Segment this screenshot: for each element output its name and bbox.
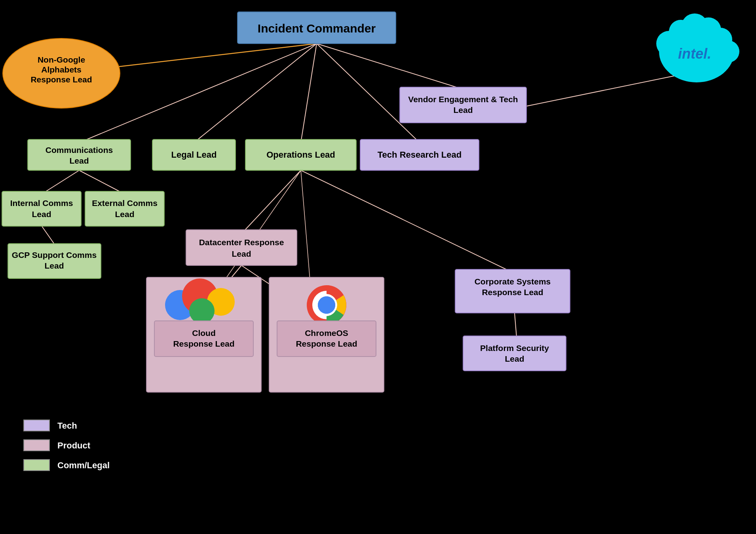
line-corporate-platform <box>515 313 517 337</box>
legend-tech-label: Tech <box>57 421 77 431</box>
gcp-support-label2: Lead <box>44 261 64 270</box>
non-google-label-line3: Response Lead <box>30 75 92 84</box>
comms-lead-label2: Lead <box>69 156 89 165</box>
cloud-logo-green <box>189 298 215 324</box>
external-comms-label1: External Comms <box>92 198 158 208</box>
comms-lead-label1: Communications <box>46 145 113 154</box>
internal-comms-label2: Lead <box>32 210 51 219</box>
line-ic-vendor <box>317 44 469 91</box>
vendor-tech-label2: Lead <box>453 105 473 114</box>
datacenter-box <box>186 230 297 265</box>
legal-lead-label: Legal Lead <box>171 150 217 160</box>
line-comms-external <box>79 170 125 194</box>
chrome-blue-center <box>318 296 335 314</box>
chromeos-label1: ChromeOS <box>305 328 348 338</box>
legend-commlegal-swatch <box>24 460 49 471</box>
line-comms-internal <box>42 170 79 194</box>
legend-product-swatch <box>24 440 49 451</box>
external-comms-box <box>85 191 164 226</box>
line-intel-vendor <box>522 71 697 107</box>
intel-cloud-bump6 <box>717 40 739 63</box>
vendor-tech-label1: Vendor Engagement & Tech <box>408 95 518 104</box>
vendor-tech-box <box>400 87 526 123</box>
incident-commander-label: Incident Commander <box>258 22 376 35</box>
platform-security-label1: Platform Security <box>480 343 549 353</box>
legend-product-label: Product <box>57 441 91 450</box>
operations-lead-label: Operations Lead <box>266 150 335 160</box>
internal-comms-label1: Internal Comms <box>10 198 73 208</box>
line-ic-ops <box>301 44 317 143</box>
cloud-response-label2: Response Lead <box>173 339 234 348</box>
line-ops-datacenter <box>241 170 301 234</box>
gcp-support-label1: GCP Support Comms <box>12 250 97 259</box>
legend-tech-swatch <box>24 420 49 431</box>
datacenter-label1: Datacenter Response <box>199 238 284 247</box>
cloud-response-box <box>154 321 253 357</box>
chromeos-response-box <box>277 321 376 357</box>
corporate-systems-label2: Response Lead <box>482 288 543 297</box>
non-google-label-line1: Non-Google <box>38 55 85 64</box>
chromeos-label2: Response Lead <box>296 339 357 348</box>
line-internal-gcp <box>42 226 55 246</box>
line-ops-corporate <box>301 170 515 273</box>
org-chart: Non-Google Alphabets Response Lead Incid… <box>0 0 756 534</box>
platform-security-label2: Lead <box>505 354 524 363</box>
platform-security-box <box>463 336 566 371</box>
external-comms-label2: Lead <box>115 210 134 219</box>
internal-comms-box <box>2 191 81 226</box>
tech-research-label: Tech Research Lead <box>378 150 462 160</box>
datacenter-label2: Lead <box>232 249 251 258</box>
cloud-response-label1: Cloud <box>192 328 215 338</box>
legend-commlegal-label: Comm/Legal <box>57 460 110 470</box>
corporate-systems-label1: Corporate Systems <box>475 277 551 286</box>
comms-lead-box <box>28 139 131 170</box>
non-google-label-line2: Alphabets <box>41 65 82 74</box>
intel-logo-text: intel. <box>678 46 711 62</box>
line-ic-legal <box>194 44 317 143</box>
